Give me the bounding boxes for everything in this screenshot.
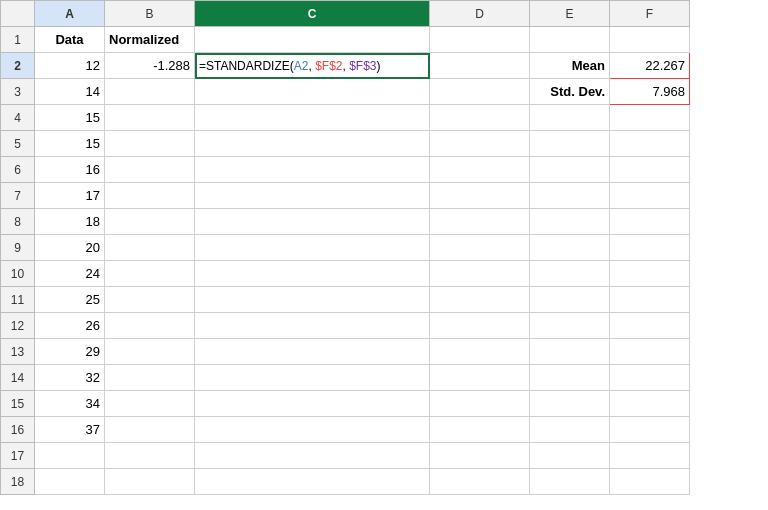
cell-e15[interactable] [530, 391, 610, 417]
cell-c10[interactable] [195, 261, 430, 287]
cell-f15[interactable] [610, 391, 690, 417]
cell-d7[interactable] [430, 183, 530, 209]
cell-c2[interactable]: =STANDARDIZE(A2, $F$2, $F$3) [195, 53, 430, 79]
cell-d16[interactable] [430, 417, 530, 443]
cell-a11[interactable]: 25 [35, 287, 105, 313]
cell-d1[interactable] [430, 27, 530, 53]
cell-c14[interactable] [195, 365, 430, 391]
cell-e11[interactable] [530, 287, 610, 313]
cell-a9[interactable]: 20 [35, 235, 105, 261]
cell-e7[interactable] [530, 183, 610, 209]
cell-a13[interactable]: 29 [35, 339, 105, 365]
cell-b5[interactable] [105, 131, 195, 157]
cell-f14[interactable] [610, 365, 690, 391]
cell-d11[interactable] [430, 287, 530, 313]
cell-b8[interactable] [105, 209, 195, 235]
cell-e1[interactable] [530, 27, 610, 53]
cell-b1[interactable]: Normalized [105, 27, 195, 53]
cell-a16[interactable]: 37 [35, 417, 105, 443]
cell-a8[interactable]: 18 [35, 209, 105, 235]
cell-d5[interactable] [430, 131, 530, 157]
cell-e8[interactable] [530, 209, 610, 235]
cell-c11[interactable] [195, 287, 430, 313]
cell-c5[interactable] [195, 131, 430, 157]
cell-f11[interactable] [610, 287, 690, 313]
cell-d6[interactable] [430, 157, 530, 183]
cell-a14[interactable]: 32 [35, 365, 105, 391]
col-header-b[interactable]: B [105, 1, 195, 27]
cell-f16[interactable] [610, 417, 690, 443]
cell-a3[interactable]: 14 [35, 79, 105, 105]
cell-b18[interactable] [105, 469, 195, 495]
cell-a5[interactable]: 15 [35, 131, 105, 157]
cell-b12[interactable] [105, 313, 195, 339]
cell-b11[interactable] [105, 287, 195, 313]
col-header-f[interactable]: F [610, 1, 690, 27]
cell-e16[interactable] [530, 417, 610, 443]
cell-f4[interactable] [610, 105, 690, 131]
cell-c16[interactable] [195, 417, 430, 443]
cell-f13[interactable] [610, 339, 690, 365]
cell-f17[interactable] [610, 443, 690, 469]
cell-b3[interactable] [105, 79, 195, 105]
cell-a4[interactable]: 15 [35, 105, 105, 131]
cell-d13[interactable] [430, 339, 530, 365]
cell-e18[interactable] [530, 469, 610, 495]
col-header-c[interactable]: C [195, 1, 430, 27]
cell-c12[interactable] [195, 313, 430, 339]
cell-b10[interactable] [105, 261, 195, 287]
cell-c1[interactable] [195, 27, 430, 53]
cell-d12[interactable] [430, 313, 530, 339]
cell-e4[interactable] [530, 105, 610, 131]
cell-a1[interactable]: Data [35, 27, 105, 53]
cell-c8[interactable] [195, 209, 430, 235]
cell-e12[interactable] [530, 313, 610, 339]
cell-b4[interactable] [105, 105, 195, 131]
cell-a7[interactable]: 17 [35, 183, 105, 209]
cell-b16[interactable] [105, 417, 195, 443]
cell-a15[interactable]: 34 [35, 391, 105, 417]
cell-d4[interactable] [430, 105, 530, 131]
cell-d8[interactable] [430, 209, 530, 235]
cell-b7[interactable] [105, 183, 195, 209]
cell-f12[interactable] [610, 313, 690, 339]
cell-b13[interactable] [105, 339, 195, 365]
col-header-d[interactable]: D [430, 1, 530, 27]
cell-e10[interactable] [530, 261, 610, 287]
cell-b9[interactable] [105, 235, 195, 261]
cell-f5[interactable] [610, 131, 690, 157]
cell-f6[interactable] [610, 157, 690, 183]
cell-c6[interactable] [195, 157, 430, 183]
cell-c9[interactable] [195, 235, 430, 261]
cell-e5[interactable] [530, 131, 610, 157]
cell-c13[interactable] [195, 339, 430, 365]
cell-f2[interactable]: 22.267 [610, 53, 690, 79]
cell-f9[interactable] [610, 235, 690, 261]
cell-d9[interactable] [430, 235, 530, 261]
cell-c7[interactable] [195, 183, 430, 209]
cell-a2[interactable]: 12 [35, 53, 105, 79]
cell-e9[interactable] [530, 235, 610, 261]
cell-d18[interactable] [430, 469, 530, 495]
cell-a18[interactable] [35, 469, 105, 495]
cell-d3[interactable] [430, 79, 530, 105]
cell-e2[interactable]: Mean [530, 53, 610, 79]
cell-b15[interactable] [105, 391, 195, 417]
cell-e17[interactable] [530, 443, 610, 469]
cell-f10[interactable] [610, 261, 690, 287]
cell-f18[interactable] [610, 469, 690, 495]
cell-a17[interactable] [35, 443, 105, 469]
cell-d10[interactable] [430, 261, 530, 287]
cell-c17[interactable] [195, 443, 430, 469]
cell-c15[interactable] [195, 391, 430, 417]
cell-c4[interactable] [195, 105, 430, 131]
cell-d15[interactable] [430, 391, 530, 417]
cell-f1[interactable] [610, 27, 690, 53]
cell-b17[interactable] [105, 443, 195, 469]
cell-d14[interactable] [430, 365, 530, 391]
cell-b6[interactable] [105, 157, 195, 183]
cell-f7[interactable] [610, 183, 690, 209]
cell-e13[interactable] [530, 339, 610, 365]
cell-c3[interactable] [195, 79, 430, 105]
cell-a6[interactable]: 16 [35, 157, 105, 183]
